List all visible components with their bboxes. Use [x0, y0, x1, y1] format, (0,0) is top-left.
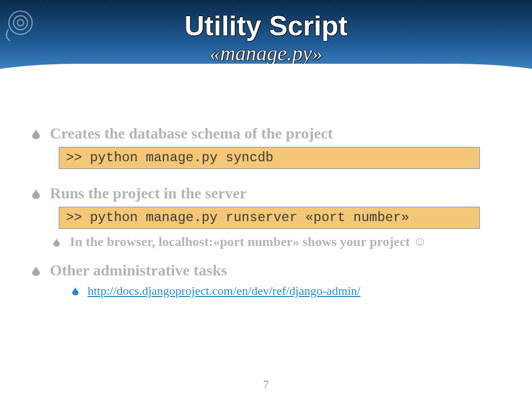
sub-bullet-item: In the browser, localhost:«port number» …: [53, 234, 500, 249]
bullet-item: Other administrative tasks: [32, 262, 500, 279]
bullet-text: Runs the project in the server: [50, 185, 247, 202]
drop-icon: [32, 129, 40, 139]
slide: Utility Script «manage.py» Creates the d…: [0, 0, 532, 399]
docs-link[interactable]: http://docs.djangoproject.com/en/dev/ref…: [88, 284, 360, 298]
bullet-text: Creates the database schema of the proje…: [50, 125, 333, 142]
bullet-text: Other administrative tasks: [50, 262, 227, 279]
slide-title: Utility Script: [0, 10, 532, 42]
drop-icon: [72, 287, 79, 295]
page-number: 7: [0, 378, 532, 391]
drop-icon: [32, 266, 40, 276]
link-line: http://docs.djangoproject.com/en/dev/ref…: [72, 284, 500, 298]
sub-bullet-text: In the browser, localhost:«port number» …: [70, 234, 427, 249]
code-box: >> python manage.py syncdb: [59, 147, 480, 169]
slide-body: Creates the database schema of the proje…: [32, 125, 500, 298]
slide-subtitle: «manage.py»: [0, 41, 532, 65]
slide-header: Utility Script «manage.py»: [0, 0, 532, 105]
drop-icon: [53, 238, 60, 247]
code-box: >> python manage.py runserver «port numb…: [59, 207, 480, 229]
bullet-item: Runs the project in the server: [32, 185, 500, 202]
bullet-item: Creates the database schema of the proje…: [32, 125, 500, 142]
drop-icon: [32, 189, 40, 199]
